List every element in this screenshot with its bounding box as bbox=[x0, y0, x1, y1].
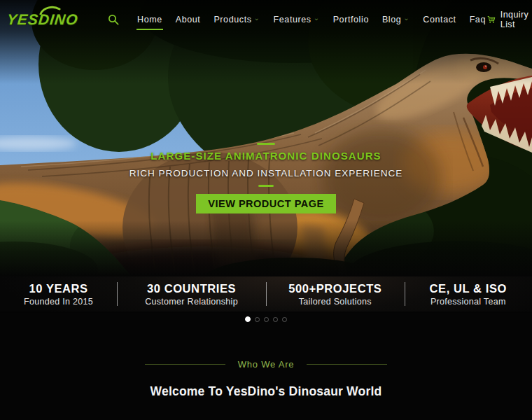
nav-item-portfolio[interactable]: Portfolio bbox=[332, 10, 370, 29]
inquiry-list-label: Inquiry List bbox=[500, 10, 532, 29]
hero-accent-dash-bottom bbox=[258, 185, 274, 187]
stat-title: 500+PROJECTS bbox=[288, 282, 382, 295]
stat-countries: 30 COUNTRIES Customer Relationship bbox=[117, 276, 266, 312]
stat-title: CE, UL & ISO bbox=[430, 282, 507, 295]
section-heading: Welcome To YesDino's Dinosaur World bbox=[150, 384, 382, 399]
chevron-down-icon: ⌄ bbox=[314, 16, 320, 20]
stat-subtitle: Founded In 2015 bbox=[24, 297, 93, 307]
carousel-dot-2[interactable] bbox=[255, 317, 260, 322]
stat-years: 10 YEARS Founded In 2015 bbox=[0, 276, 117, 312]
stat-certifications: CE, UL & ISO Professional Team bbox=[405, 276, 532, 312]
stat-title: 30 COUNTRIES bbox=[147, 282, 236, 295]
nav-item-home[interactable]: Home bbox=[136, 10, 164, 29]
carousel-dot-4[interactable] bbox=[273, 317, 278, 322]
stat-projects: 500+PROJECTS Tailored Solutions bbox=[266, 276, 405, 312]
chevron-down-icon: ⌄ bbox=[403, 16, 410, 20]
nav-item-blog[interactable]: Blog⌄ bbox=[381, 10, 411, 29]
view-product-page-button[interactable]: VIEW PRODUCT PAGE bbox=[196, 194, 335, 214]
top-navigation-bar: YESDINO Home About Products⌄ Features⌄ P… bbox=[0, 0, 532, 38]
inquiry-list-button[interactable]: Inquiry List bbox=[487, 10, 532, 29]
hero-content: LARGE-SIZE ANIMATRONIC DINOSAURS RICH PR… bbox=[0, 143, 532, 214]
stat-subtitle: Tailored Solutions bbox=[299, 297, 372, 307]
nav-item-contact[interactable]: Contact bbox=[421, 10, 457, 29]
hero-headline: LARGE-SIZE ANIMATRONIC DINOSAURS bbox=[150, 150, 381, 162]
stat-subtitle: Professional Team bbox=[430, 297, 506, 307]
logo-text: YESDINO bbox=[6, 11, 79, 28]
nav-item-faq[interactable]: Faq bbox=[468, 10, 487, 29]
hero-banner: LARGE-SIZE ANIMATRONIC DINOSAURS RICH PR… bbox=[0, 0, 532, 276]
nav-item-about[interactable]: About bbox=[174, 10, 202, 29]
hero-subheadline: RICH PRODUCTION AND INSTALLATION EXPERIE… bbox=[130, 168, 403, 178]
nav-item-features[interactable]: Features⌄ bbox=[272, 10, 321, 29]
carousel-pagination bbox=[0, 313, 532, 326]
carousel-dot-1[interactable] bbox=[245, 316, 251, 322]
hero-accent-dash-top bbox=[257, 143, 275, 145]
cart-icon bbox=[487, 14, 496, 25]
chevron-down-icon: ⌄ bbox=[254, 16, 260, 20]
main-nav: Home About Products⌄ Features⌄ Portfolio… bbox=[136, 10, 487, 29]
yesdino-logo[interactable]: YESDINO bbox=[7, 11, 85, 28]
kicker-line-left bbox=[145, 364, 225, 365]
nav-item-products[interactable]: Products⌄ bbox=[212, 10, 261, 29]
hero-bottom-shade bbox=[0, 220, 532, 276]
stats-bar: 10 YEARS Founded In 2015 30 COUNTRIES Cu… bbox=[0, 276, 532, 312]
stat-title: 10 YEARS bbox=[29, 282, 88, 295]
who-we-are-section: Who We Are Welcome To YesDino's Dinosaur… bbox=[0, 326, 532, 420]
kicker-line-right bbox=[307, 364, 387, 365]
stat-subtitle: Customer Relationship bbox=[145, 297, 238, 307]
search-icon[interactable] bbox=[108, 14, 119, 25]
section-kicker: Who We Are bbox=[238, 359, 295, 370]
carousel-dot-3[interactable] bbox=[264, 317, 269, 322]
carousel-dot-5[interactable] bbox=[282, 317, 287, 322]
section-kicker-row: Who We Are bbox=[145, 359, 388, 370]
